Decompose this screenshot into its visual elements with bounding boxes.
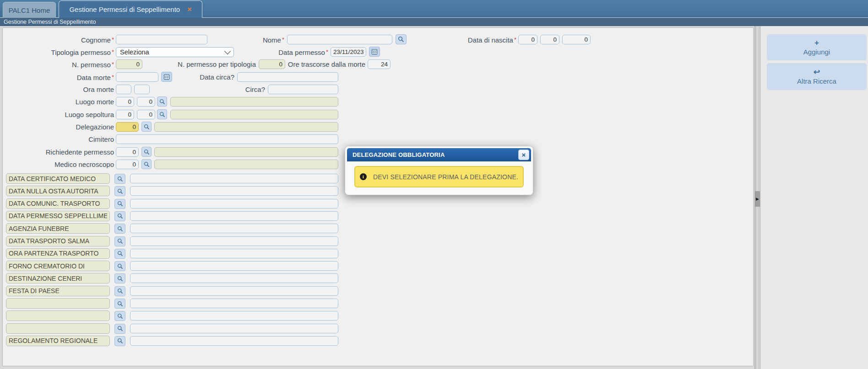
tipologia-permesso-select[interactable]: Seleziona [116,47,234,57]
detail-row-search-button[interactable] [114,336,125,346]
detail-row [3,323,753,334]
detail-row-label-field[interactable] [6,236,110,246]
delegazione-desc-input[interactable] [154,122,338,132]
detail-row-label-field[interactable] [6,273,110,283]
luogo-sepoltura-desc-input[interactable] [170,110,338,119]
detail-row-value-input[interactable] [130,286,338,296]
data-nascita-day-input[interactable] [518,35,537,44]
ora-morte-hh-input[interactable] [116,85,131,94]
tab-gestione-permessi[interactable]: Gestione Permessi di Seppellimento × [59,0,202,18]
detail-row-search-button[interactable] [114,236,125,246]
detail-row-value-input[interactable] [130,186,338,196]
altra-ricerca-button[interactable]: ↩ Altra Ricerca [767,63,867,90]
detail-row-value-input[interactable] [130,199,338,209]
detail-row-label-field[interactable] [6,336,110,346]
medico-code-input[interactable] [116,160,139,169]
detail-row-value-input[interactable] [130,273,338,283]
nome-input[interactable] [287,35,392,44]
detail-row-label-field[interactable] [6,223,110,234]
detail-row-value-input[interactable] [130,174,338,183]
detail-row-search-button[interactable] [114,324,125,334]
n-permesso-tipologia-label: N. permesso per tipologia [154,59,256,69]
detail-row-label-field[interactable] [6,323,110,334]
detail-row-search-button[interactable] [114,224,125,234]
panel-splitter[interactable]: ▶ [754,26,760,369]
detail-row-search-button[interactable] [114,249,125,259]
circa-input[interactable] [268,85,338,94]
detail-row [3,286,753,297]
search-icon [117,276,123,282]
delegazione-code-input[interactable] [116,122,139,132]
cimitero-input[interactable] [116,134,338,144]
detail-row-label-field[interactable] [6,261,110,271]
data-morte-input[interactable] [116,72,158,82]
data-circa-input[interactable] [237,72,338,82]
detail-row-search-button[interactable] [114,311,125,321]
cognome-input[interactable] [116,35,207,44]
select-value: Seleziona [120,48,149,56]
detail-row-label-field[interactable] [6,173,110,184]
close-icon: × [522,151,526,158]
info-icon: i [360,173,367,180]
tab-close-icon[interactable]: × [187,6,191,13]
data-permesso-calendar-button[interactable] [369,47,380,57]
detail-row-value-input[interactable] [130,249,338,258]
detail-row-value-input[interactable] [130,336,338,346]
ore-trascorse-input[interactable] [368,59,391,69]
luogo-sepoltura-search-button[interactable] [157,109,167,119]
delegazione-search-button[interactable] [141,122,152,132]
tab-palc1-home[interactable]: PALC1 Home [3,2,56,18]
detail-row-value-input[interactable] [130,236,338,246]
detail-row-search-button[interactable] [114,199,125,209]
richiedente-code-input[interactable] [116,147,139,157]
detail-row-value-input[interactable] [130,299,338,308]
detail-row-search-button[interactable] [114,186,125,196]
luogo-morte-search-button[interactable] [157,96,167,107]
detail-row-value-input[interactable] [130,311,338,321]
n-permesso-input[interactable] [116,59,142,69]
modal-close-button[interactable]: × [518,150,529,160]
detail-row-value-input[interactable] [130,224,338,233]
detail-row [3,298,753,309]
detail-row [3,248,753,259]
luogo-morte-code2-input[interactable] [137,97,155,107]
detail-row-search-button[interactable] [114,174,125,184]
richiedente-permesso-label: Richiedente permesso [3,147,114,157]
delegazione-obbligatoria-modal: DELEGAZIONE OBBLIGATORIA × i DEVI SELEZI… [345,146,533,195]
detail-row-label-field[interactable] [6,248,110,259]
detail-row-label-field[interactable] [6,310,110,321]
luogo-morte-code1-input[interactable] [116,97,134,107]
data-permesso-input[interactable] [331,47,366,57]
detail-row-search-button[interactable] [114,273,125,283]
medico-desc-input[interactable] [154,160,338,169]
detail-row-label-field[interactable] [6,211,110,221]
detail-row-search-button[interactable] [114,299,125,309]
ora-morte-label: Ora morte [3,85,114,94]
luogo-sepoltura-code2-input[interactable] [137,110,155,119]
detail-row-search-button[interactable] [114,261,125,271]
aggiungi-button[interactable]: + Aggiungi [767,34,867,60]
detail-row-value-input[interactable] [130,211,338,221]
luogo-morte-desc-input[interactable] [170,97,338,107]
data-nascita-year-input[interactable] [562,35,591,44]
medico-search-button[interactable] [141,159,152,169]
splitter-collapse-handle[interactable]: ▶ [755,191,760,207]
cognome-label: Cognome [3,35,114,44]
detail-row-label-field[interactable] [6,286,110,296]
detail-row-label-field[interactable] [6,186,110,196]
detail-row-label-field[interactable] [6,198,110,209]
data-nascita-month-input[interactable] [540,35,559,44]
detail-row-search-button[interactable] [114,286,125,296]
ora-morte-mm-input[interactable] [134,85,150,94]
search-icon [117,251,123,257]
detail-row-label-field[interactable] [6,298,110,309]
detail-row-value-input[interactable] [130,324,338,333]
luogo-sepoltura-code1-input[interactable] [116,110,134,119]
detail-row-search-button[interactable] [114,211,125,221]
detail-row-value-input[interactable] [130,261,338,271]
detail-row [3,236,753,247]
richiedente-search-button[interactable] [141,147,152,157]
data-circa-label: Data circa? [158,72,234,82]
data-morte-label: Data morte [3,72,114,82]
richiedente-desc-input[interactable] [154,147,338,157]
